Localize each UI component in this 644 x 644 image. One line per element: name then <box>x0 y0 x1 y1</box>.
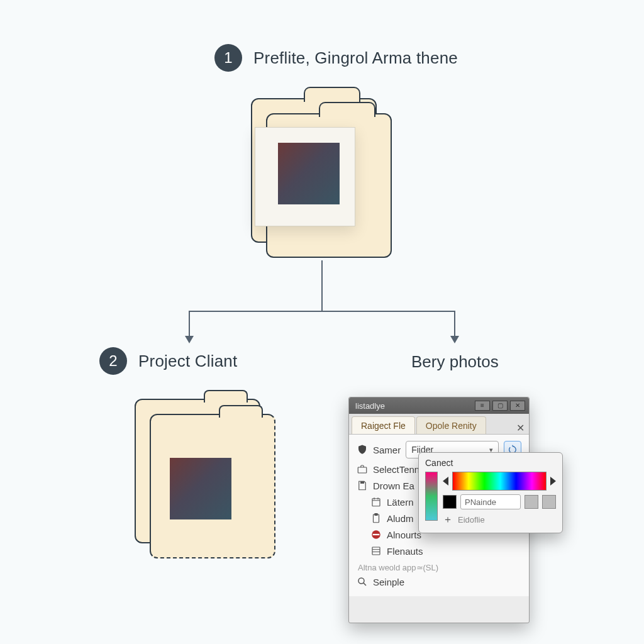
panel-tabstrip: Raigect Fle Opole Renity ✕ <box>349 414 529 435</box>
list-item-label: Aludm <box>387 513 414 524</box>
no-entry-icon <box>370 529 382 540</box>
tab-label: Opole Renity <box>426 421 477 431</box>
list-item-label: Drown Ea <box>373 480 414 491</box>
search-label: Seinple <box>373 577 404 587</box>
plus-icon: ＋ <box>443 513 453 526</box>
color-value-input[interactable]: PNainde <box>460 494 521 509</box>
color-picker-popover: Canect PNainde ＋ Eidoflie <box>418 452 563 533</box>
tab-raigect-fle[interactable]: Raigect Fle <box>352 416 415 434</box>
color-add-label: Eidoflie <box>458 515 485 525</box>
tab-opole-renity[interactable]: Opole Renity <box>416 416 486 434</box>
color-value-text: PNainde <box>465 497 496 507</box>
color-swatch-gray-2[interactable] <box>542 495 556 509</box>
color-add-row[interactable]: ＋ Eidoflie <box>443 513 556 526</box>
svg-point-8 <box>358 578 364 584</box>
folder-tab-icon <box>304 87 360 102</box>
folder-tab-icon <box>204 390 248 402</box>
window-buttons: ≡ ▢ ✕ <box>475 401 525 411</box>
folder-tab-icon <box>319 102 375 117</box>
clipboard-icon <box>370 513 382 524</box>
swatch-row: PNainde <box>443 494 556 509</box>
svg-rect-4 <box>375 514 378 516</box>
list-item[interactable]: Flenauts <box>349 543 529 559</box>
color-swatch-gray[interactable] <box>525 495 538 509</box>
step-2-badge: 2 <box>99 347 127 375</box>
color-picker-title: Canect <box>425 458 556 468</box>
window-menu-button[interactable]: ≡ <box>475 401 490 411</box>
arrow-down-icon <box>185 336 194 343</box>
shield-icon <box>357 444 368 455</box>
color-swatch-black[interactable] <box>443 495 457 509</box>
hue-row <box>443 472 556 491</box>
search-row[interactable]: Seinple <box>349 574 529 590</box>
svg-rect-2 <box>372 499 380 506</box>
step-2-number: 2 <box>109 352 117 370</box>
briefcase-icon <box>357 464 368 475</box>
folder-tab-icon <box>219 405 263 418</box>
color-picker-body: PNainde ＋ Eidoflie <box>425 472 556 526</box>
svg-rect-1 <box>360 481 364 484</box>
svg-rect-0 <box>358 467 367 473</box>
thumbnail-swatch <box>170 458 231 519</box>
thumbnail-frame <box>255 127 355 226</box>
list-icon <box>370 545 382 557</box>
search-icon <box>357 576 368 587</box>
calendar-icon <box>370 496 382 508</box>
step-2-title: Project Cliant <box>138 352 237 371</box>
connector-stem <box>321 260 323 311</box>
svg-rect-6 <box>373 534 380 535</box>
step-1-number: 1 <box>224 49 232 67</box>
step-2-header: 2 Project Cliant <box>99 347 237 375</box>
thumbnail-swatch <box>278 143 340 204</box>
list-item-label: Alnourts <box>387 530 421 540</box>
list-item-label: SelectTenn <box>373 464 419 475</box>
list-item-label: Lätern <box>387 497 414 508</box>
tab-label: Raigect Fle <box>361 421 406 431</box>
panel-hint: Altna weold app≃(SL) <box>349 559 529 574</box>
save-icon <box>357 480 368 491</box>
step-1-header: 1 Preflite, Gingrol Arma thene <box>214 44 458 72</box>
connector-left-drop <box>189 311 190 337</box>
window-close-button[interactable]: ✕ <box>510 401 525 411</box>
field-samer-label: Samer <box>373 445 401 455</box>
folder-top <box>251 98 394 260</box>
connector-bar <box>189 311 455 312</box>
node-3-title: Bery photos <box>411 352 499 372</box>
hue-prev-button[interactable] <box>443 477 448 486</box>
list-item-label: Flenauts <box>387 546 423 557</box>
svg-rect-7 <box>372 547 380 555</box>
panel-title: listadlye <box>355 401 385 411</box>
hue-next-button[interactable] <box>550 477 556 486</box>
hue-strip[interactable] <box>452 472 547 491</box>
tabstrip-close-button[interactable]: ✕ <box>514 421 526 434</box>
arrow-down-icon <box>450 336 459 343</box>
connector-right-drop <box>454 311 455 337</box>
panel-titlebar[interactable]: listadlye ≡ ▢ ✕ <box>349 397 529 414</box>
step-1-title: Preflite, Gingrol Arma thene <box>253 48 458 68</box>
saturation-column[interactable] <box>425 472 438 521</box>
window-min-button[interactable]: ▢ <box>492 401 508 411</box>
folder-left <box>135 399 278 561</box>
step-1-badge: 1 <box>214 44 242 72</box>
